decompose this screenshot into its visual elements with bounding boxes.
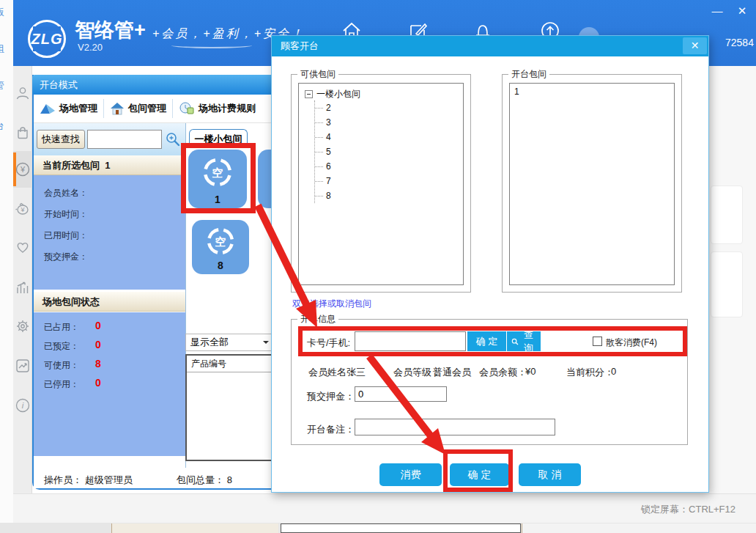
- sidebar-item-favorites[interactable]: [13, 229, 32, 265]
- deposit-input[interactable]: [355, 386, 447, 402]
- member-points-label: 当前积分：: [566, 366, 614, 379]
- occupied-value: 0: [95, 320, 101, 331]
- member-level-value: 普通会员: [433, 366, 471, 379]
- quick-search-input[interactable]: [87, 130, 162, 149]
- remark-label: 开台备注：: [307, 423, 355, 436]
- consume-button[interactable]: 消费: [379, 463, 442, 486]
- tab-floor1-rooms[interactable]: 一楼小包间: [189, 129, 248, 147]
- dialog-title: 顾客开台: [281, 40, 319, 51]
- dialog-close-button[interactable]: ✕: [683, 37, 707, 54]
- open-table-dialog: 顾客开台 ✕ 可供包间 一楼小包间 2 3 4 5 6 7 8 开台包间: [271, 35, 709, 493]
- piggy-bank-icon: ¥: [15, 201, 31, 217]
- sidebar-item-orders[interactable]: [13, 114, 32, 151]
- room-tile-1[interactable]: 空 1: [188, 150, 247, 208]
- yen-circle-icon: ¥: [15, 161, 31, 177]
- tree-item-room[interactable]: 8: [315, 188, 463, 203]
- room-total-label: 包间总量：: [177, 474, 224, 485]
- billing-rule-button[interactable]: 场地计费规则: [173, 102, 262, 115]
- app-version: V2.20: [78, 42, 103, 53]
- product-table: 产品编号: [185, 354, 273, 461]
- taskbar-sliver: [0, 523, 756, 533]
- sidebar-item-stats[interactable]: [13, 270, 32, 306]
- gear-icon: [15, 318, 31, 334]
- panel-toolbar: 场地管理 包间管理 场地计费规则: [34, 95, 273, 123]
- deposit-label: 预交押金：: [307, 390, 355, 403]
- user-icon: [15, 86, 30, 100]
- search-icon[interactable]: [165, 131, 181, 147]
- operator-label: 操作员：: [44, 474, 82, 485]
- sidebar-item-reports[interactable]: [13, 348, 32, 384]
- room-status-panel: 已占用： 0 已预定： 0 可使用： 8 已停用： 0: [34, 312, 185, 456]
- room-tile-number: 1: [188, 194, 247, 205]
- operator-value: 超级管理员: [85, 474, 133, 485]
- deposit-label: 预交押金：: [44, 251, 88, 263]
- reserved-label: 已预定：: [44, 340, 79, 353]
- footer-bar: 锁定屏幕：CTRL+F12: [13, 493, 756, 523]
- member-name-value: 张三: [346, 366, 366, 379]
- slogan-underline: [171, 43, 252, 48]
- tree-root-floor1[interactable]: 一楼小包间: [305, 88, 463, 100]
- tree-item-room[interactable]: 5: [315, 144, 463, 159]
- tree-item-room[interactable]: 6: [315, 159, 463, 174]
- available-label: 可使用：: [44, 359, 79, 372]
- used-time-label: 已用时间：: [44, 229, 88, 242]
- venue-manage-button[interactable]: 场地管理: [34, 102, 103, 115]
- tree-collapse-icon[interactable]: [305, 90, 313, 98]
- sidebar-item-user[interactable]: [13, 75, 32, 111]
- member-info-panel: 会员姓名： 开始时间： 已用时间： 预交押金：: [34, 175, 185, 290]
- selected-room-header: 当前所选包间 1: [34, 155, 185, 175]
- close-button[interactable]: ✕: [733, 3, 752, 19]
- sidebar-item-deposit[interactable]: ¥: [13, 191, 32, 227]
- confirm-card-button[interactable]: 确 定: [467, 331, 506, 351]
- room-tile-number: 8: [192, 260, 249, 271]
- tree-item-room[interactable]: 2: [315, 100, 463, 115]
- double-click-hint-link[interactable]: 双击选择或取消包间: [292, 298, 371, 310]
- occupied-label: 已占用：: [44, 321, 79, 334]
- opened-room-item[interactable]: 1: [514, 87, 674, 97]
- svg-text:¥: ¥: [20, 206, 25, 213]
- walkin-checkbox[interactable]: [593, 337, 602, 346]
- sidebar-item-cashier[interactable]: ¥: [13, 151, 32, 188]
- room-total-value: 8: [227, 474, 232, 485]
- confirm-button[interactable]: 确 定: [450, 463, 509, 486]
- background-card: [711, 185, 743, 244]
- selected-room-value: 1: [105, 160, 110, 171]
- available-value: 8: [95, 358, 101, 370]
- tree-item-room[interactable]: 4: [315, 130, 463, 144]
- panel-title: 开台模式: [32, 75, 275, 95]
- app-name: 智络管+: [75, 17, 146, 43]
- sidebar-item-settings[interactable]: [13, 308, 32, 345]
- svg-text:空: 空: [212, 166, 223, 179]
- tent-icon: [40, 103, 56, 114]
- bag-icon: [15, 125, 30, 140]
- heart-icon: [15, 239, 31, 255]
- tree-item-room[interactable]: 7: [315, 174, 463, 188]
- quick-search-button[interactable]: 快速查找: [37, 130, 85, 149]
- sidebar-item-about[interactable]: i: [13, 387, 32, 424]
- room-status-header: 场地包间状态: [34, 292, 185, 312]
- start-time-label: 开始时间：: [44, 208, 88, 221]
- member-points-value: 0: [611, 366, 616, 377]
- chevron-down-icon: [263, 341, 269, 347]
- opened-rooms-list[interactable]: 1: [509, 83, 675, 285]
- sidebar: ¥ ¥ i: [13, 66, 32, 523]
- query-button[interactable]: 查询: [507, 331, 541, 351]
- cancel-button[interactable]: 取 消: [519, 463, 581, 486]
- reserved-value: 0: [95, 339, 101, 350]
- search-icon: [511, 337, 519, 346]
- filter-dropdown[interactable]: 显示全部: [185, 334, 273, 351]
- member-balance-label: 会员余额：: [479, 366, 527, 379]
- app-window: 版 组 管 台 ZLG 智络管+ V2.20 +会员，+盈利，+安全！: [0, 0, 756, 533]
- available-rooms-tree[interactable]: 一楼小包间 2 3 4 5 6 7 8: [298, 83, 464, 285]
- info-icon: i: [15, 397, 31, 413]
- walkin-checkbox-label: 散客消费(F4): [606, 337, 657, 349]
- stats-chart-icon: [15, 280, 31, 296]
- room-tile-8[interactable]: 空 8: [192, 220, 249, 274]
- minimize-button[interactable]: —: [708, 3, 727, 19]
- card-phone-input[interactable]: [355, 331, 466, 351]
- room-manage-button[interactable]: 包间管理: [104, 102, 172, 115]
- remark-input[interactable]: [355, 419, 555, 435]
- tree-item-room[interactable]: 3: [315, 115, 463, 130]
- member-balance-value: ¥0: [525, 366, 536, 377]
- dialog-titlebar: 顾客开台 ✕: [272, 36, 708, 56]
